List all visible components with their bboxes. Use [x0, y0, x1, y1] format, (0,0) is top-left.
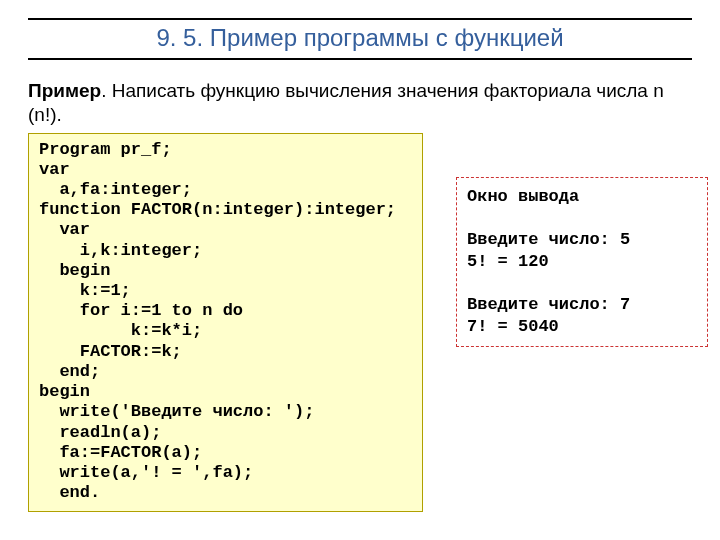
- code-listing: Program pr_f; var a,fa:integer; function…: [28, 133, 423, 513]
- code-text: Program pr_f; var a,fa:integer; function…: [39, 140, 412, 504]
- output-text: Окно вывода Введите число: 5 5! = 120 Вв…: [467, 186, 697, 338]
- page-title: 9. 5. Пример программы с функцией: [28, 24, 692, 52]
- intro-text: . Написать функцию вычисления значения ф…: [28, 80, 664, 125]
- output-window: Окно вывода Введите число: 5 5! = 120 Вв…: [456, 177, 708, 347]
- title-band: 9. 5. Пример программы с функцией: [28, 18, 692, 60]
- intro-bold: Пример: [28, 80, 101, 101]
- example-intro: Пример. Написать функцию вычисления знач…: [28, 79, 692, 127]
- content-area: Program pr_f; var a,fa:integer; function…: [28, 133, 692, 513]
